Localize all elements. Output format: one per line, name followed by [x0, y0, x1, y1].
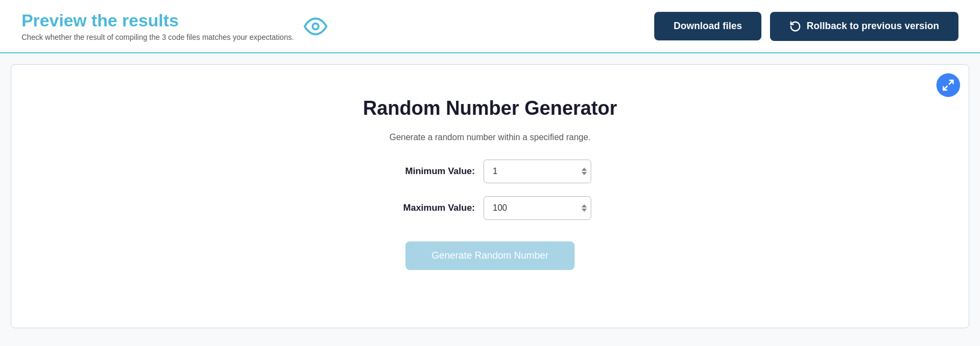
min-spinner-down[interactable] — [582, 172, 587, 175]
expand-button[interactable] — [936, 73, 960, 97]
max-spinner-up[interactable] — [582, 204, 587, 207]
rollback-button[interactable]: Rollback to previous version — [770, 12, 958, 41]
min-input-wrapper — [484, 160, 591, 183]
max-spinner-down[interactable] — [582, 209, 587, 212]
header-left: Preview the results Check whether the re… — [22, 11, 643, 41]
eye-icon — [303, 13, 328, 39]
max-value-input[interactable] — [484, 196, 591, 220]
header-text: Preview the results Check whether the re… — [22, 11, 294, 41]
max-input-wrapper — [484, 196, 591, 220]
min-value-group: Minimum Value: — [389, 160, 591, 183]
header: Preview the results Check whether the re… — [0, 0, 980, 53]
header-actions: Download files Rollback to previous vers… — [654, 12, 958, 41]
min-value-label: Minimum Value: — [389, 166, 475, 177]
app-content: Random Number Generator Generate a rando… — [11, 65, 969, 292]
page-subtitle: Check whether the result of compiling th… — [22, 33, 294, 41]
max-value-label: Maximum Value: — [389, 203, 475, 213]
svg-point-0 — [312, 23, 318, 29]
app-title: Random Number Generator — [363, 97, 617, 120]
download-files-button[interactable]: Download files — [654, 12, 761, 40]
preview-area: Random Number Generator Generate a rando… — [11, 64, 969, 328]
generate-button[interactable]: Generate Random Number — [405, 241, 574, 270]
min-spinner — [582, 168, 587, 175]
rollback-label: Rollback to previous version — [807, 20, 939, 32]
max-spinner — [582, 204, 587, 212]
max-value-group: Maximum Value: — [389, 196, 591, 220]
page-title: Preview the results — [22, 11, 294, 31]
rollback-icon — [789, 20, 801, 32]
min-spinner-up[interactable] — [582, 168, 587, 171]
app-subtitle: Generate a random number within a specif… — [389, 133, 591, 142]
min-value-input[interactable] — [484, 160, 591, 183]
